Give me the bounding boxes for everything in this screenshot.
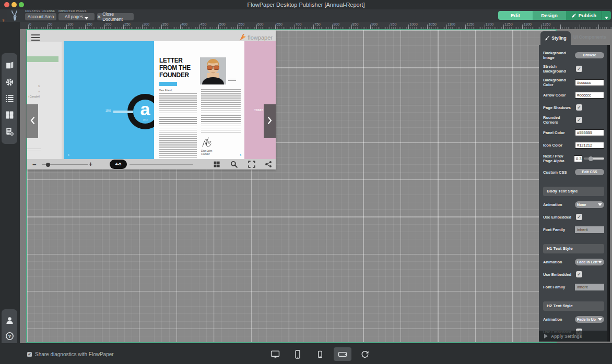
background-image-button[interactable]: Browse — [575, 52, 604, 58]
zoom-out-button[interactable]: − — [32, 161, 37, 168]
menu-icon[interactable] — [31, 33, 40, 40]
h1-font-family-input[interactable]: inherit — [575, 284, 604, 290]
panel-scrollbar[interactable] — [607, 45, 610, 342]
page-scrubber[interactable] — [130, 164, 193, 165]
svg-text:?: ? — [8, 334, 11, 339]
panel-color-input[interactable]: #555555 — [575, 129, 604, 136]
page-5-letter: LETTER FROM THE FOUNDER Dear Friend, Elt… — [154, 41, 244, 159]
tab-styling[interactable]: Styling — [540, 31, 571, 45]
body-font-family-input[interactable]: inherit — [575, 226, 604, 233]
h1-use-embedded-checkbox[interactable]: ✓ — [576, 271, 582, 277]
thumbnails-grid-icon[interactable] — [213, 161, 220, 168]
app-logo-deer-icon — [7, 10, 23, 22]
zoom-slider-knob[interactable] — [46, 163, 50, 167]
panel-row-background-color: Background Color#cccccc — [543, 76, 604, 89]
field-label: Animation — [543, 202, 575, 207]
account-person-icon[interactable] — [5, 316, 14, 325]
zoom-in-button[interactable]: + — [89, 161, 92, 168]
publish-button[interactable]: Publish — [566, 11, 602, 20]
apply-settings-button[interactable]: Apply Settings — [539, 331, 607, 342]
device-tablet-landscape-button[interactable] — [334, 347, 351, 361]
search-icon[interactable] — [230, 161, 238, 168]
salutation: Dear Friend, — [159, 89, 197, 92]
desktop-icon — [269, 350, 281, 359]
flowpaper-bird-icon — [238, 33, 246, 41]
stretch-background-checkbox[interactable]: ✓ — [576, 66, 582, 72]
tablet-portrait-icon — [292, 350, 303, 359]
design-mode-button[interactable]: Design — [533, 11, 566, 20]
field-label: Animation — [543, 260, 575, 264]
list-icon[interactable] — [5, 94, 14, 103]
h-ruler-label: 1200 — [485, 22, 494, 26]
panel-row-arrow-color: Arrow Color#cccccc — [543, 89, 604, 101]
page-4-blue: a 2014 1992 4 — [64, 41, 154, 159]
signature-block: Elton John Founder — [201, 150, 212, 156]
grid-pages-icon[interactable] — [5, 111, 14, 119]
h1-animation-select[interactable]: Fade In Left — [575, 259, 604, 265]
zoom-slider[interactable] — [42, 164, 88, 165]
field-label: Background Image — [543, 51, 575, 60]
edit-mode-button[interactable]: Edit — [498, 11, 533, 20]
body-use-embedded-checkbox[interactable]: ✓ — [576, 214, 582, 220]
all-pages-dropdown[interactable]: All pages — [58, 13, 95, 20]
styling-panel: Styling UI Components Background ImageBr… — [539, 30, 610, 342]
page-flip-icon[interactable] — [5, 61, 14, 70]
body-animation-select[interactable]: None — [575, 201, 604, 208]
body-column-2 — [201, 89, 241, 133]
body-column-1: Dear Friend, — [159, 89, 197, 159]
next-prev-page-alpha-slider[interactable] — [584, 157, 604, 160]
main-toolbar: flowpaper CREATIVE LICENSE Account Area … — [0, 9, 612, 22]
device-tablet-portrait-button[interactable] — [289, 347, 307, 361]
h-ruler-label: 750 — [313, 22, 321, 26]
device-desktop-button[interactable] — [266, 347, 284, 361]
arrow-color-input[interactable]: #cccccc — [575, 92, 604, 99]
remove-document-icon[interactable] — [5, 127, 14, 136]
chevron-right-icon — [267, 116, 273, 127]
next-prev-page-alpha-input[interactable]: 0.3 — [574, 155, 582, 162]
previous-page-button[interactable] — [26, 104, 38, 138]
device-refresh-button[interactable] — [356, 347, 374, 361]
mode-switcher: Edit Design Publish — [498, 11, 611, 20]
share-icon[interactable] — [265, 161, 272, 168]
h-ruler-label: 50 — [47, 22, 52, 26]
publish-options-caret[interactable] — [602, 11, 611, 20]
panel-row-next-prev-page-alpha: Next / Prev Page Alpha0.3 — [543, 151, 604, 166]
account-area-label: Account Area — [28, 14, 54, 19]
h-ruler-label: 950 — [390, 22, 397, 26]
close-document-button[interactable]: ✕ Close Document — [97, 13, 134, 20]
flipbook-preview[interactable]: flowpaper h n t Campbell a 2014 1992 4 — [27, 30, 276, 169]
page-shadows-checkbox[interactable]: ✓ — [576, 104, 582, 111]
next-page-button[interactable] — [264, 104, 276, 138]
rounded-corners-checkbox[interactable]: ✓ — [576, 117, 582, 123]
h-ruler-label: 250 — [123, 22, 131, 26]
publish-label: Publish — [579, 13, 596, 18]
h-ruler-label: 300 — [142, 22, 149, 26]
panel-section: H1 Text StyleAnimationFade In LeftUse Em… — [543, 244, 604, 293]
custom-css-button[interactable]: Edit CSS — [575, 169, 604, 175]
fullscreen-icon[interactable] — [248, 161, 255, 168]
slider-knob[interactable] — [589, 156, 593, 161]
tab-ui-components[interactable]: UI Components — [573, 34, 606, 40]
h2-animation-select[interactable]: Fade In Up — [575, 316, 604, 323]
close-icon: ✕ — [97, 14, 101, 19]
imported-pages-label: IMPORTED PAGES — [58, 9, 87, 13]
field-label: Icon Color — [543, 143, 575, 148]
next-page-edge: TODAY — [244, 41, 276, 159]
gear-icon[interactable] — [5, 78, 14, 87]
background-color-input[interactable]: #cccccc — [575, 79, 604, 86]
account-area-button[interactable]: Account Area — [25, 13, 56, 20]
section-header: H1 Text Style — [543, 244, 604, 253]
panel-row-body-font-family: Font Familyinherit — [543, 223, 604, 236]
h-ruler-label: 100 — [66, 22, 74, 26]
page-indicator-badge[interactable]: 4-5 — [110, 160, 127, 169]
field-label: Animation — [543, 317, 575, 322]
app-window: FlowPaper Desktop Publisher [Annual-Repo… — [0, 0, 612, 364]
share-diagnostics-checkbox[interactable]: ✓ — [27, 352, 32, 357]
h-ruler-label: 1000 — [408, 22, 418, 26]
h-ruler-label: 200 — [104, 22, 112, 26]
icon-color-input[interactable]: #121212 — [575, 142, 604, 149]
h-ruler-label: 150 — [85, 22, 92, 26]
year-1992-label: 1992 — [105, 110, 111, 112]
help-icon[interactable]: ? — [5, 332, 14, 341]
device-phone-button[interactable] — [311, 347, 329, 361]
